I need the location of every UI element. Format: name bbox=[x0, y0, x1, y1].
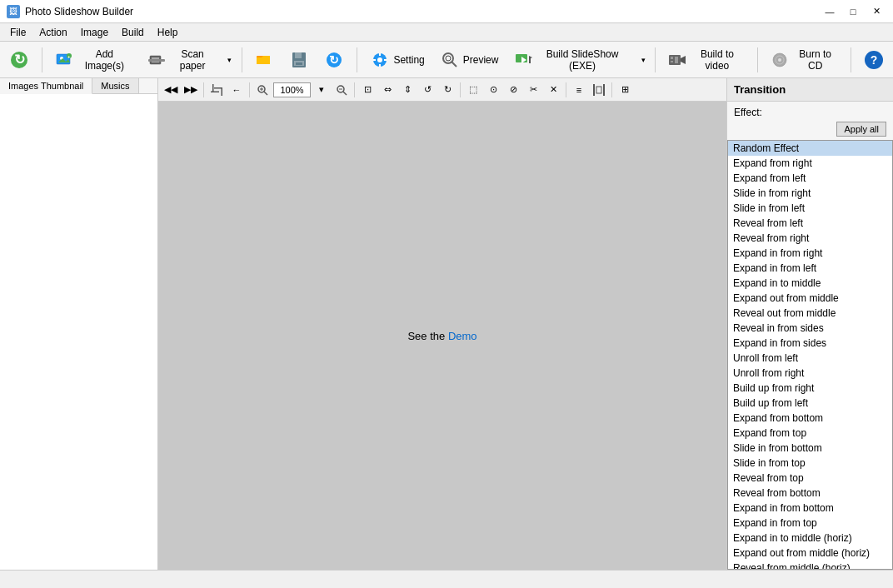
menu-bar: File Action Image Build Help bbox=[0, 23, 893, 42]
transition-item[interactable]: Slide in from bottom bbox=[728, 441, 892, 456]
menu-action[interactable]: Action bbox=[32, 25, 73, 40]
transition-item[interactable]: Reveal from right bbox=[728, 231, 892, 246]
flip-h-button[interactable]: ⇔ bbox=[378, 81, 397, 99]
preview-icon bbox=[440, 50, 460, 70]
transition-item[interactable]: Expand in from top bbox=[728, 516, 892, 531]
transition-item[interactable]: Expand in to middle (horiz) bbox=[728, 531, 892, 546]
rotate-cw-button[interactable]: ↻ bbox=[438, 81, 456, 99]
canvas-main: See the Demo bbox=[158, 102, 726, 570]
canvas-area: ◀◀ ▶▶ ← ▾ ⊡ ⇔ ⇕ ↺ ↻ ⬚ ⊙ ⊘ bbox=[158, 78, 726, 570]
transition-item[interactable]: Slide in from top bbox=[728, 456, 892, 471]
transition-item[interactable]: Reveal from middle (horiz) bbox=[728, 561, 892, 570]
transition-item[interactable]: Expand in from sides bbox=[728, 336, 892, 351]
transition-item[interactable]: Expand from top bbox=[728, 426, 892, 441]
svg-rect-18 bbox=[373, 59, 376, 61]
demo-link[interactable]: Demo bbox=[448, 330, 477, 342]
cut-button[interactable]: ✂ bbox=[524, 81, 542, 99]
transition-item[interactable]: Unroll from right bbox=[728, 366, 892, 381]
transition-item[interactable]: Expand in from bottom bbox=[728, 501, 892, 516]
transition-item[interactable]: Slide in from left bbox=[728, 201, 892, 216]
paste-button[interactable]: ⊘ bbox=[504, 81, 522, 99]
transition-item[interactable]: Expand from left bbox=[728, 171, 892, 186]
maximize-button[interactable]: □ bbox=[843, 3, 863, 20]
svg-rect-38 bbox=[222, 87, 223, 96]
scan-paper-label: Scan paper bbox=[169, 48, 217, 72]
distribute-button[interactable] bbox=[590, 81, 608, 99]
nav-next-button[interactable]: ▶▶ bbox=[182, 81, 200, 99]
transition-item[interactable]: Expand in to middle bbox=[728, 276, 892, 291]
align-button[interactable]: ≡ bbox=[570, 81, 588, 99]
transition-item[interactable]: Expand out from middle (horiz) bbox=[728, 546, 892, 561]
fit-button[interactable]: ⊡ bbox=[358, 81, 377, 99]
zoom-in-button[interactable] bbox=[253, 81, 272, 99]
zoom-dropdown-button[interactable]: ▾ bbox=[312, 81, 331, 99]
svg-point-22 bbox=[446, 56, 451, 61]
svg-rect-16 bbox=[379, 53, 381, 56]
save-button[interactable] bbox=[283, 47, 315, 73]
copy-button[interactable]: ⊙ bbox=[484, 81, 502, 99]
scan-paper-button[interactable]: Scan paper bbox=[142, 45, 222, 75]
refresh-button[interactable]: ↻ bbox=[3, 47, 35, 73]
left-panel: Images Thumbnail Musics bbox=[0, 78, 158, 570]
transition-item[interactable]: Reveal in from sides bbox=[728, 321, 892, 336]
toolbar-separator-4 bbox=[655, 47, 656, 72]
transition-item[interactable]: Expand out from middle bbox=[728, 291, 892, 306]
transition-item[interactable]: Expand from right bbox=[728, 156, 892, 171]
help-button[interactable]: ? bbox=[858, 47, 890, 73]
zoom-input[interactable] bbox=[273, 82, 311, 97]
build-slideshow-button[interactable]: Build SlideShow (EXE) bbox=[507, 45, 635, 75]
add-images-button[interactable]: + Add Image(s) bbox=[49, 45, 138, 75]
minimize-button[interactable]: — bbox=[820, 3, 840, 20]
setting-button[interactable]: Setting bbox=[364, 47, 430, 73]
tab-musics[interactable]: Musics bbox=[92, 78, 138, 93]
svg-rect-30 bbox=[671, 61, 673, 62]
zoom-out-button[interactable] bbox=[332, 81, 351, 99]
close-button[interactable]: ✕ bbox=[866, 3, 886, 20]
nav-prev-button[interactable]: ◀◀ bbox=[162, 81, 180, 99]
status-bar bbox=[0, 570, 893, 588]
menu-file[interactable]: File bbox=[3, 25, 32, 40]
delete-button[interactable]: ✕ bbox=[544, 81, 562, 99]
select-button[interactable]: ⬚ bbox=[464, 81, 482, 99]
transition-item[interactable]: Expand in from left bbox=[728, 261, 892, 276]
transition-item[interactable]: Expand from bottom bbox=[728, 411, 892, 426]
refresh2-button[interactable]: ↻ bbox=[318, 47, 350, 73]
burn-cd-icon bbox=[771, 50, 789, 70]
transition-item[interactable]: Build up from left bbox=[728, 396, 892, 411]
transition-item[interactable]: Unroll from left bbox=[728, 351, 892, 366]
burn-cd-button[interactable]: Burn to CD bbox=[765, 45, 844, 75]
scan-paper-dropdown[interactable]: ▾ bbox=[225, 50, 234, 70]
svg-rect-47 bbox=[603, 84, 605, 96]
open-button[interactable] bbox=[248, 47, 280, 73]
move-left-button[interactable]: ← bbox=[227, 81, 246, 99]
transition-list[interactable]: Random EffectExpand from rightExpand fro… bbox=[727, 140, 893, 570]
svg-rect-13 bbox=[296, 62, 302, 65]
transition-item[interactable]: Expand in from right bbox=[728, 246, 892, 261]
transition-item[interactable]: Reveal out from middle bbox=[728, 306, 892, 321]
crop-button[interactable] bbox=[207, 81, 226, 99]
transition-item[interactable]: Reveal from left bbox=[728, 216, 892, 231]
transition-item[interactable]: Slide in from right bbox=[728, 186, 892, 201]
rotate-ccw-button[interactable]: ↺ bbox=[418, 81, 437, 99]
transition-item[interactable]: Reveal from bottom bbox=[728, 486, 892, 501]
menu-image[interactable]: Image bbox=[74, 25, 115, 40]
more-button[interactable]: ⊞ bbox=[616, 81, 634, 99]
transition-item[interactable]: Reveal from top bbox=[728, 471, 892, 486]
apply-all-button[interactable]: Apply all bbox=[836, 122, 886, 137]
svg-rect-46 bbox=[593, 84, 595, 96]
build-slideshow-dropdown[interactable]: ▾ bbox=[638, 50, 647, 70]
build-video-button[interactable]: Build to video bbox=[662, 45, 751, 75]
tab-images-thumbnail[interactable]: Images Thumbnail bbox=[0, 78, 92, 94]
toolbar-separator-1 bbox=[42, 47, 42, 72]
toolbar-separator-2 bbox=[242, 47, 242, 72]
add-images-icon: + bbox=[55, 50, 73, 70]
transition-item[interactable]: Build up from right bbox=[728, 381, 892, 396]
preview-button[interactable]: Preview bbox=[434, 47, 505, 73]
add-images-label: Add Image(s) bbox=[77, 48, 132, 72]
flip-v-button[interactable]: ⇕ bbox=[398, 81, 417, 99]
svg-rect-48 bbox=[596, 87, 601, 93]
setting-label: Setting bbox=[393, 54, 424, 66]
menu-help[interactable]: Help bbox=[151, 25, 185, 40]
menu-build[interactable]: Build bbox=[115, 25, 151, 40]
transition-item[interactable]: Random Effect bbox=[728, 141, 892, 156]
